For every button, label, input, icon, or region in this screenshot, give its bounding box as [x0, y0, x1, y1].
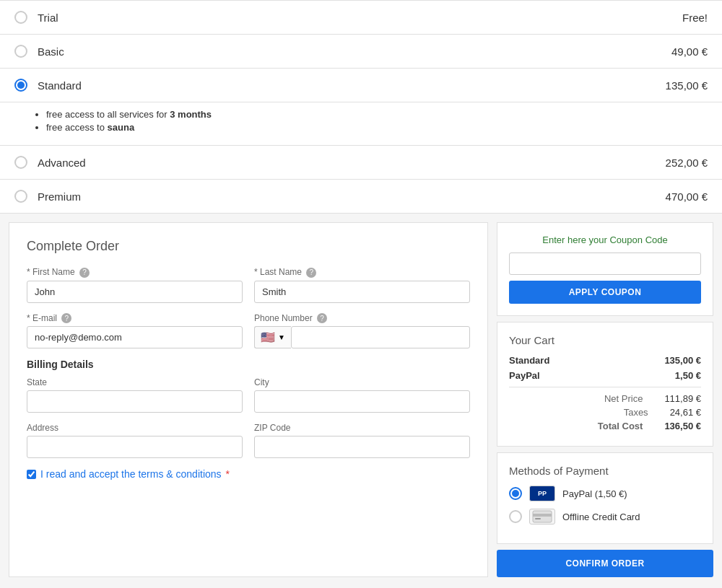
- cart-subtotal: Net Price 111,89 € Taxes 24,61 € Total C…: [509, 393, 701, 431]
- address-group: Address: [27, 423, 243, 458]
- zip-input[interactable]: [254, 436, 470, 458]
- plan-name-trial: Trial: [38, 12, 682, 24]
- us-flag-icon: 🇺🇸: [261, 330, 275, 344]
- address-zip-row: Address ZIP Code: [27, 423, 470, 458]
- plan-price-standard: 135,00 €: [666, 79, 708, 92]
- net-price-value: 111,89 €: [664, 393, 701, 404]
- state-city-row: State City: [27, 377, 470, 413]
- plan-price-basic: 49,00 €: [671, 45, 708, 58]
- email-input[interactable]: [27, 326, 243, 348]
- state-input[interactable]: [27, 390, 243, 413]
- first-name-input[interactable]: [27, 281, 243, 303]
- plan-radio-basic[interactable]: [14, 45, 27, 58]
- coupon-title: Enter here your Coupon Code: [509, 234, 701, 245]
- last-name-input[interactable]: [254, 281, 470, 303]
- address-input[interactable]: [27, 436, 243, 458]
- first-name-group: * First Name ?: [27, 267, 243, 303]
- first-name-help-icon[interactable]: ?: [79, 268, 90, 278]
- last-name-label: * Last Name ?: [254, 267, 470, 278]
- email-group: * E-mail ?: [27, 313, 243, 349]
- terms-required: *: [226, 468, 230, 480]
- address-label: Address: [27, 423, 243, 433]
- total-label: Total Cost: [598, 421, 643, 431]
- payment-label-paypal: PayPal (1,50 €): [562, 488, 627, 499]
- plan-row-advanced[interactable]: Advanced 252,00 €: [0, 146, 722, 180]
- detail-item-2: free access to sauna: [46, 122, 708, 133]
- plan-name-premium: Premium: [38, 190, 666, 203]
- city-label: City: [254, 377, 470, 387]
- email-help-icon[interactable]: ?: [61, 313, 71, 323]
- plan-price-advanced: 252,00 €: [666, 157, 708, 169]
- plan-row-trial[interactable]: Trial Free!: [0, 0, 722, 35]
- name-row: * First Name ? * Last Name ?: [27, 267, 470, 303]
- detail-item-1: free access to all services for 3 months: [46, 109, 708, 120]
- payment-radio-paypal[interactable]: [509, 487, 522, 500]
- plan-row-standard[interactable]: Standard 135,00 €: [0, 69, 722, 102]
- total-row: Total Cost 136,50 €: [509, 421, 701, 431]
- payment-radio-offline-cc[interactable]: [509, 510, 522, 523]
- cart-item-standard: Standard 135,00 €: [509, 355, 701, 366]
- cart-item-paypal: PayPal 1,50 €: [509, 370, 701, 381]
- zip-group: ZIP Code: [254, 423, 470, 458]
- payment-title: Methods of Payment: [509, 465, 701, 477]
- first-name-label: * First Name ?: [27, 267, 243, 278]
- total-value: 136,50 €: [664, 421, 701, 431]
- city-group: City: [254, 377, 470, 413]
- cart-item-price: 135,00 €: [664, 355, 701, 366]
- apply-coupon-button[interactable]: APPLY COUPON: [509, 281, 701, 304]
- coupon-section: Enter here your Coupon Code APPLY COUPON: [497, 222, 713, 316]
- email-label: * E-mail ?: [27, 313, 243, 324]
- plan-radio-trial[interactable]: [14, 11, 27, 24]
- city-input[interactable]: [254, 390, 470, 413]
- payment-section: Methods of Payment PP PayPal (1,50 €) Of…: [497, 452, 713, 544]
- state-label: State: [27, 377, 243, 387]
- state-group: State: [27, 377, 243, 413]
- phone-flag-button[interactable]: 🇺🇸 ▼: [254, 326, 291, 348]
- net-price-label: Net Price: [604, 393, 643, 404]
- plan-name-advanced: Advanced: [38, 157, 666, 169]
- payment-option-paypal[interactable]: PP PayPal (1,50 €): [509, 486, 701, 501]
- order-form: Complete Order * First Name ? * Last Nam…: [9, 222, 488, 577]
- last-name-group: * Last Name ?: [254, 267, 470, 303]
- zip-label: ZIP Code: [254, 423, 470, 433]
- phone-wrapper: 🇺🇸 ▼: [254, 326, 470, 348]
- plan-name-basic: Basic: [38, 45, 671, 58]
- payment-label-offline-cc: Offline Credit Card: [562, 512, 640, 522]
- coupon-input[interactable]: [509, 253, 701, 275]
- plan-name-standard: Standard: [38, 79, 666, 92]
- cart-item-name: PayPal: [509, 370, 540, 381]
- plan-row-premium[interactable]: Premium 470,00 €: [0, 180, 722, 214]
- phone-input[interactable]: [291, 326, 470, 348]
- payment-option-offline-cc[interactable]: Offline Credit Card: [509, 509, 701, 525]
- cart-item-name: Standard: [509, 355, 549, 366]
- plan-radio-standard[interactable]: [14, 79, 27, 92]
- paypal-icon: PP: [529, 486, 555, 501]
- flag-dropdown-arrow: ▼: [278, 333, 285, 341]
- terms-row: I read and accept the terms & conditions…: [27, 468, 470, 480]
- cart-title: Your Cart: [509, 334, 701, 346]
- plan-price-premium: 470,00 €: [666, 190, 708, 203]
- last-name-help-icon[interactable]: ?: [306, 268, 316, 278]
- credit-card-icon: [529, 509, 555, 525]
- phone-help-icon[interactable]: ?: [317, 313, 327, 323]
- terms-link[interactable]: I read and accept the terms & conditions: [40, 468, 222, 480]
- plan-price-trial: Free!: [682, 12, 708, 24]
- plan-row-basic[interactable]: Basic 49,00 €: [0, 35, 722, 69]
- net-price-row: Net Price 111,89 €: [509, 393, 701, 404]
- plan-radio-advanced[interactable]: [14, 156, 27, 169]
- right-panel: Enter here your Coupon Code APPLY COUPON…: [497, 222, 713, 577]
- phone-group: Phone Number ? 🇺🇸 ▼: [254, 313, 470, 349]
- contact-row: * E-mail ? Phone Number ? 🇺🇸 ▼: [27, 313, 470, 349]
- billing-title: Billing Details: [27, 359, 470, 370]
- terms-checkbox[interactable]: [27, 470, 36, 479]
- svg-rect-2: [535, 518, 541, 519]
- svg-rect-1: [533, 514, 552, 517]
- taxes-value: 24,61 €: [670, 407, 701, 418]
- confirm-order-button[interactable]: CONFIRM ORDER: [497, 550, 713, 577]
- plan-radio-premium[interactable]: [14, 190, 27, 203]
- plan-details-standard: free access to all services for 3 months…: [0, 102, 722, 146]
- cart-section: Your Cart Standard 135,00 € PayPal 1,50 …: [497, 322, 713, 447]
- cart-item-price: 1,50 €: [675, 370, 701, 381]
- order-form-title: Complete Order: [27, 239, 470, 254]
- taxes-label: Taxes: [624, 407, 648, 418]
